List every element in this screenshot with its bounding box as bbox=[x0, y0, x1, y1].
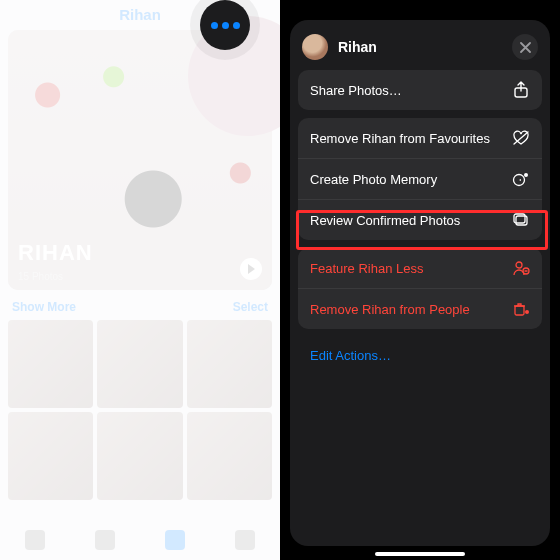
menu-remove-favourites[interactable]: Remove Rihan from Favourites bbox=[298, 118, 542, 158]
svg-point-2 bbox=[524, 173, 528, 177]
person-avatar-icon bbox=[302, 34, 328, 60]
menu-create-memory[interactable]: Create Photo Memory bbox=[298, 158, 542, 199]
menu-label: Review Confirmed Photos bbox=[310, 213, 460, 228]
heart-slash-icon bbox=[512, 129, 530, 147]
stack-icon bbox=[512, 211, 530, 229]
sheet-title: Rihan bbox=[338, 39, 502, 55]
menu-remove-from-people[interactable]: Remove Rihan from People bbox=[298, 288, 542, 329]
menu-feature-less[interactable]: Feature Rihan Less bbox=[298, 248, 542, 288]
edit-actions-link[interactable]: Edit Actions… bbox=[298, 337, 542, 374]
sheet-header: Rihan bbox=[298, 30, 542, 70]
action-sheet-screen: Rihan Share Photos… Remove Rihan from Fa… bbox=[280, 0, 560, 560]
svg-rect-7 bbox=[515, 306, 524, 315]
menu-label: Remove Rihan from People bbox=[310, 302, 470, 317]
menu-review-photos[interactable]: Review Confirmed Photos bbox=[298, 199, 542, 240]
action-sheet: Rihan Share Photos… Remove Rihan from Fa… bbox=[290, 20, 550, 546]
svg-point-8 bbox=[525, 310, 529, 314]
ellipsis-icon bbox=[211, 22, 240, 29]
photos-person-screen: Rihan RIHAN 15 Photos Show More Select bbox=[0, 0, 280, 560]
menu-share-photos[interactable]: Share Photos… bbox=[298, 70, 542, 110]
trash-person-icon bbox=[512, 300, 530, 318]
menu-label: Share Photos… bbox=[310, 83, 402, 98]
memory-icon bbox=[512, 170, 530, 188]
menu-label: Create Photo Memory bbox=[310, 172, 437, 187]
more-button[interactable] bbox=[200, 0, 250, 50]
svg-point-5 bbox=[516, 262, 522, 268]
home-indicator bbox=[375, 552, 465, 556]
close-button[interactable] bbox=[512, 34, 538, 60]
share-icon bbox=[512, 81, 530, 99]
close-icon bbox=[520, 42, 531, 53]
person-minus-icon bbox=[512, 259, 530, 277]
menu-label: Remove Rihan from Favourites bbox=[310, 131, 490, 146]
menu-label: Feature Rihan Less bbox=[310, 261, 423, 276]
